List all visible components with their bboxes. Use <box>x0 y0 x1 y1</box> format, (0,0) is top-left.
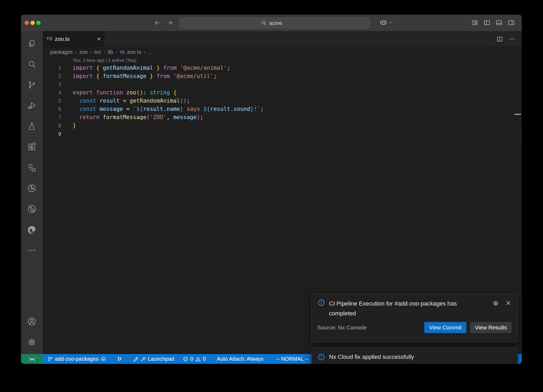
breadcrumb-separator: › <box>143 49 145 55</box>
customize-layout-icon[interactable] <box>471 19 478 26</box>
title-bar <box>21 15 522 31</box>
problems-item[interactable]: 0 0 <box>180 356 208 362</box>
code-line-8[interactable]: 8} <box>43 121 522 130</box>
settings-gear-icon[interactable] <box>21 332 43 352</box>
notification-close-icon[interactable] <box>505 300 512 307</box>
vim-mode-item[interactable]: -- NORMAL -- <box>273 356 311 362</box>
auto-attach-label: Auto Attach: Always <box>217 356 264 362</box>
line-number: 3 <box>43 80 61 89</box>
rocket-icon <box>133 356 139 362</box>
back-arrow-icon[interactable] <box>154 19 161 27</box>
line-text: export function zoo(): string { <box>61 89 177 97</box>
close-window-button[interactable] <box>25 21 29 25</box>
toggle-secondary-sidebar-icon[interactable] <box>508 19 515 26</box>
breadcrumb-separator: › <box>104 49 105 55</box>
auto-attach-item[interactable]: Auto Attach: Always <box>214 356 266 362</box>
gitlens-icon[interactable] <box>21 178 43 199</box>
line-text: import { getRandomAnimal } from '@acme/a… <box>61 64 230 72</box>
notification-message: CI Pipeline Execution for #add-zoo-packa… <box>329 299 474 318</box>
view-results-button[interactable]: View Results <box>470 322 512 333</box>
line-text: const result = getRandomAnimal(); <box>61 97 190 105</box>
window-controls <box>25 21 41 25</box>
breadcrumb-separator: › <box>90 49 92 55</box>
line-number: 7 <box>43 113 61 121</box>
toggle-panel-icon[interactable] <box>496 19 503 26</box>
git-branch-icon <box>47 356 53 362</box>
commit-graph-item[interactable] <box>114 356 125 362</box>
additional-views-icon[interactable] <box>21 240 43 261</box>
remote-icon: >< <box>29 356 34 362</box>
git-blame-annotation[interactable]: You, 1 hour ago | 1 author (You) <box>43 57 522 64</box>
errors-count: 0 <box>190 356 193 362</box>
activity-bar <box>21 31 43 354</box>
info-icon <box>317 353 325 361</box>
code-lines: 1import { getRandomAnimal } from '@acme/… <box>43 64 522 138</box>
line-number: 4 <box>43 89 61 97</box>
line-number: 8 <box>43 121 61 130</box>
split-editor-icon[interactable] <box>496 36 503 43</box>
command-center-search[interactable] <box>179 18 370 29</box>
breadcrumb-separator: › <box>116 49 117 55</box>
code-line-6[interactable]: 6 const message = `${result.name} says $… <box>43 105 522 113</box>
typescript-file-icon: TS <box>46 36 52 42</box>
line-text: const message = `${result.name} says ${r… <box>61 105 264 113</box>
line-text <box>61 80 73 89</box>
code-line-7[interactable]: 7 return formatMessage('ZOO', message); <box>43 113 522 121</box>
code-line-9[interactable]: 9 <box>43 130 522 138</box>
breadcrumb-item[interactable]: packages <box>50 49 73 55</box>
publish-cloud-icon <box>100 356 107 362</box>
commit-graph-icon <box>117 356 122 362</box>
extensions-icon[interactable] <box>21 137 43 157</box>
git-branch-label: add-zoo-packages <box>55 356 99 362</box>
toggle-primary-sidebar-icon[interactable] <box>483 19 491 26</box>
edge-devtools-icon[interactable] <box>21 219 43 240</box>
more-actions-icon[interactable] <box>509 36 515 42</box>
run-debug-icon[interactable] <box>21 95 43 116</box>
nx-console-icon[interactable] <box>21 157 43 178</box>
code-line-2[interactable]: 2import { formatMessage } from '@acme/ut… <box>43 72 522 80</box>
copilot-icon[interactable] <box>379 19 387 27</box>
line-text: import { formatMessage } from '@acme/uti… <box>61 72 217 80</box>
minimize-window-button[interactable] <box>30 21 35 25</box>
git-branch-item[interactable]: add-zoo-packages <box>45 356 109 362</box>
launchpad-item[interactable]: Launchpad <box>130 356 177 362</box>
line-number: 6 <box>43 105 61 113</box>
zoom-window-button[interactable] <box>36 21 41 25</box>
info-icon <box>317 299 325 307</box>
chevron-down-icon[interactable] <box>388 20 393 25</box>
notification-settings-gear-icon[interactable] <box>492 300 499 307</box>
remote-indicator[interactable]: >< <box>21 354 43 364</box>
vim-mode-label: -- NORMAL -- <box>276 356 309 362</box>
breadcrumb-item[interactable]: lib <box>108 49 113 55</box>
vscode-window: TS zoo.ts × packages › <box>21 15 522 364</box>
gitlens-inspect-icon[interactable] <box>21 199 43 219</box>
breadcrumb: packages › zoo › src › lib › TS zoo.ts ›… <box>43 47 522 57</box>
line-text: } <box>61 121 76 130</box>
search-icon <box>261 20 267 26</box>
explorer-icon[interactable] <box>21 33 43 54</box>
tab-label: zoo.ts <box>55 36 70 42</box>
line-number: 9 <box>43 130 61 138</box>
testing-icon[interactable] <box>21 116 43 137</box>
line-text: return formatMessage('ZOO', message); <box>61 113 203 121</box>
code-line-1[interactable]: 1import { getRandomAnimal } from '@acme/… <box>43 64 522 72</box>
breadcrumb-symbol-more[interactable]: … <box>148 49 153 55</box>
search-view-icon[interactable] <box>21 54 43 75</box>
breadcrumb-file[interactable]: zoo.ts <box>127 49 141 55</box>
code-line-4[interactable]: 4export function zoo(): string { <box>43 89 522 97</box>
tab-zoo-ts[interactable]: TS zoo.ts × <box>43 31 104 47</box>
errors-icon <box>183 356 189 362</box>
accounts-icon[interactable] <box>21 311 43 332</box>
code-line-3[interactable]: 3 <box>43 80 522 89</box>
breadcrumb-item[interactable]: src <box>94 49 102 55</box>
code-line-5[interactable]: 5 const result = getRandomAnimal(); <box>43 97 522 105</box>
view-commit-button[interactable]: View Commit <box>424 322 466 333</box>
notification-toast-ci-pipeline: CI Pipeline Execution for #add-zoo-packa… <box>311 294 518 342</box>
search-input[interactable] <box>269 20 288 27</box>
overview-ruler-marker <box>514 114 521 115</box>
forward-arrow-icon[interactable] <box>166 19 174 27</box>
desktop-background: TS zoo.ts × packages › <box>0 0 543 392</box>
tab-close-icon[interactable]: × <box>97 36 101 42</box>
breadcrumb-item[interactable]: zoo <box>79 49 88 55</box>
source-control-icon[interactable] <box>21 75 43 95</box>
